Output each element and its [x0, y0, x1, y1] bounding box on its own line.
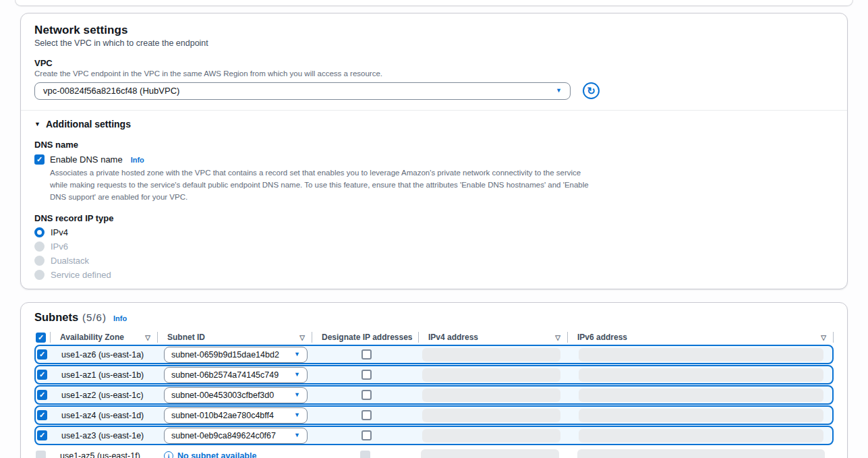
network-settings-card: Network settings Select the VPC in which…	[20, 13, 848, 289]
ipv4-address-input	[422, 389, 560, 402]
ipv6-address-input	[579, 409, 823, 422]
subnets-table: Availability Zone ▽ Subnet ID ▽ Designat…	[34, 330, 834, 458]
radio-disabled-icon	[34, 241, 45, 252]
previous-card-bottom-edge	[15, 0, 853, 6]
radio-disabled-icon	[34, 270, 45, 280]
section-title: Network settings	[34, 24, 834, 37]
vpc-constraint-text: Create the VPC endpoint in the VPC in th…	[34, 69, 834, 78]
chevron-down-icon: ▼	[294, 412, 300, 418]
table-row: use1-az5 (us-east-1f) i No subnet availa…	[34, 447, 834, 458]
ipv4-address-input	[422, 348, 560, 362]
dns-name-info-link[interactable]: Info	[131, 156, 144, 164]
ipv6-address-input	[579, 368, 823, 382]
ipv6-address-input	[579, 429, 823, 442]
table-row: use1-az6 (us-east-1a) subnet-0659b9d15da…	[34, 345, 834, 364]
info-circle-icon: i	[164, 451, 173, 458]
row-checkbox[interactable]	[37, 370, 47, 380]
subnet-id-select[interactable]: subnet-00e453003cfbef3d0▼	[164, 387, 308, 403]
designate-ip-checkbox[interactable]	[361, 430, 372, 440]
designate-ip-checkbox-disabled	[360, 451, 370, 458]
table-header-row: Availability Zone ▽ Subnet ID ▽ Designat…	[34, 330, 834, 345]
subnets-card: Subnets (5/6) Info Availability Zone ▽ S…	[20, 302, 848, 458]
sort-icon[interactable]: ▽	[145, 334, 150, 341]
table-row: use1-az2 (us-east-1c) subnet-00e453003cf…	[34, 385, 834, 405]
availability-zone-cell: use1-az1 (us-east-1b)	[52, 366, 158, 383]
availability-zone-cell: use1-az5 (us-east-1f)	[51, 447, 157, 458]
row-checkbox[interactable]	[37, 349, 47, 360]
subnets-title: Subnets	[34, 311, 78, 324]
table-row: use1-az3 (us-east-1e) subnet-0eb9ca84962…	[34, 426, 834, 445]
enable-dns-name-checkbox[interactable]	[34, 154, 45, 165]
refresh-button[interactable]: ↻	[582, 82, 600, 100]
refresh-icon: ↻	[583, 82, 600, 99]
sort-icon[interactable]: ▽	[299, 334, 305, 341]
vpc-select[interactable]: vpc-00824f56a8216cf48 (HubVPC) ▼	[34, 82, 571, 100]
section-description: Select the VPC in which to create the en…	[34, 38, 834, 48]
availability-zone-cell: use1-az4 (us-east-1d)	[52, 407, 158, 424]
row-checkbox[interactable]	[37, 390, 47, 400]
subnet-id-select[interactable]: subnet-06b2574a74145c749▼	[164, 367, 308, 383]
ipv6-address-input	[579, 389, 823, 402]
designate-ip-checkbox[interactable]	[361, 390, 372, 400]
radio-disabled-icon	[34, 256, 45, 266]
ipv4-address-input	[422, 429, 560, 442]
subnet-id-select[interactable]: subnet-010b42ae780c4bff4▼	[164, 407, 308, 424]
additional-settings-toggle[interactable]: ▼ Additional settings	[34, 119, 834, 130]
ipv4-address-input	[421, 449, 559, 458]
row-checkbox[interactable]	[37, 410, 47, 420]
ipv4-address-input	[422, 409, 560, 422]
sort-icon[interactable]: ▽	[555, 334, 560, 341]
row-checkbox-disabled	[36, 451, 46, 458]
ipv6-address-input	[579, 348, 823, 362]
ipv6-address-input	[577, 449, 825, 458]
dns-ip-option-service-defined: Service defined	[34, 270, 834, 280]
chevron-down-icon: ▼	[294, 392, 300, 398]
subnet-id-select[interactable]: subnet-0659b9d15dae14bd2▼	[164, 347, 308, 363]
chevron-down-icon: ▼	[294, 351, 300, 357]
column-header-designate: Designate IP addresses	[312, 332, 418, 343]
triangle-down-icon: ▼	[34, 121, 40, 127]
dns-ip-option-ipv4[interactable]: IPv4	[34, 227, 834, 237]
vpc-label: VPC	[34, 58, 834, 68]
availability-zone-cell: use1-az2 (us-east-1c)	[52, 387, 158, 403]
additional-settings-label: Additional settings	[46, 119, 131, 130]
select-all-checkbox[interactable]	[36, 333, 46, 343]
dns-name-description: Associates a private hosted zone with th…	[50, 167, 589, 203]
column-header-availability-zone[interactable]: Availability Zone ▽	[51, 332, 157, 343]
designate-ip-checkbox[interactable]	[361, 370, 372, 380]
column-header-subnet-id[interactable]: Subnet ID ▽	[157, 332, 312, 343]
table-row: use1-az1 (us-east-1b) subnet-06b2574a741…	[34, 365, 834, 384]
designate-ip-checkbox[interactable]	[361, 410, 372, 420]
dns-name-label: DNS name	[34, 140, 834, 150]
row-checkbox[interactable]	[37, 430, 47, 440]
availability-zone-cell: use1-az3 (us-east-1e)	[52, 427, 158, 444]
enable-dns-name-label: Enable DNS name	[50, 154, 123, 165]
chevron-down-icon: ▼	[294, 432, 300, 438]
radio-selected-icon	[34, 227, 45, 237]
subnets-count: (5/6)	[82, 312, 107, 323]
section-divider	[21, 110, 847, 111]
ipv4-address-input	[422, 368, 560, 382]
designate-ip-checkbox[interactable]	[361, 349, 372, 360]
vpc-select-value: vpc-00824f56a8216cf48 (HubVPC)	[43, 86, 179, 96]
dns-record-ip-type-label: DNS record IP type	[34, 213, 834, 223]
sort-icon[interactable]: ▽	[821, 334, 826, 341]
chevron-down-icon: ▼	[294, 372, 300, 378]
column-header-ipv4[interactable]: IPv4 address ▽	[418, 332, 567, 343]
vpc-endpoint-form: Network settings Select the VPC in which…	[0, 0, 868, 458]
subnets-info-link[interactable]: Info	[113, 314, 127, 322]
dns-ip-option-ipv6: IPv6	[34, 241, 834, 252]
table-row: use1-az4 (us-east-1d) subnet-010b42ae780…	[34, 405, 834, 425]
no-subnet-available-link[interactable]: i No subnet available	[164, 451, 256, 458]
chevron-down-icon: ▼	[556, 88, 562, 94]
dns-ip-option-dualstack: Dualstack	[34, 256, 834, 266]
subnet-id-select[interactable]: subnet-0eb9ca849624c0f67▼	[164, 428, 308, 444]
column-header-ipv6[interactable]: IPv6 address ▽	[567, 332, 834, 343]
availability-zone-cell: use1-az6 (us-east-1a)	[52, 346, 158, 363]
